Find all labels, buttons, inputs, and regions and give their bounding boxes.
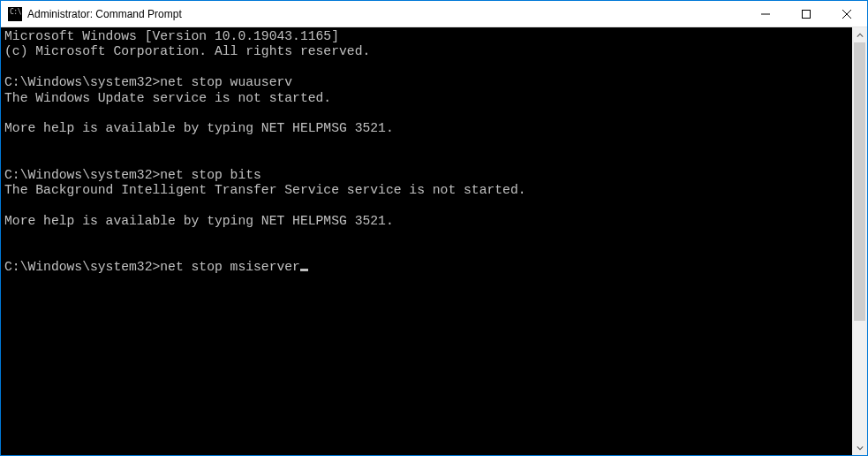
banner-line: (c) Microsoft Corporation. All rights re…	[4, 44, 370, 58]
command-text: net stop wuauserv	[160, 75, 292, 89]
close-button[interactable]	[826, 1, 867, 27]
maximize-button[interactable]	[786, 1, 826, 27]
command-text: net stop bits	[160, 168, 261, 182]
maximize-icon	[802, 10, 811, 19]
window-controls	[745, 1, 867, 27]
close-icon	[842, 10, 851, 19]
command-prompt-window: C:\ Administrator: Command Prompt Micros…	[1, 1, 867, 455]
output-line: More help is available by typing NET HEL…	[4, 121, 394, 135]
client-area: Microsoft Windows [Version 10.0.19043.11…	[1, 27, 867, 455]
scrollbar-thumb[interactable]	[854, 42, 865, 321]
chevron-down-icon	[857, 445, 864, 452]
scroll-up-button[interactable]	[852, 27, 867, 42]
scroll-down-button[interactable]	[852, 440, 867, 455]
command-text: net stop msiserver	[160, 260, 300, 274]
vertical-scrollbar[interactable]	[852, 27, 867, 455]
output-line: The Background Intelligent Transfer Serv…	[4, 183, 526, 197]
scrollbar-track[interactable]	[852, 42, 867, 440]
prompt: C:\Windows\system32>	[4, 75, 160, 89]
svg-rect-1	[803, 10, 811, 18]
minimize-icon	[761, 10, 770, 19]
prompt: C:\Windows\system32>	[4, 260, 160, 274]
cmd-icon: C:\	[8, 7, 22, 21]
minimize-button[interactable]	[745, 1, 786, 27]
output-line: The Windows Update service is not starte…	[4, 91, 331, 105]
banner-line: Microsoft Windows [Version 10.0.19043.11…	[4, 29, 339, 43]
prompt: C:\Windows\system32>	[4, 168, 160, 182]
window-title: Administrator: Command Prompt	[27, 8, 182, 20]
terminal-output[interactable]: Microsoft Windows [Version 10.0.19043.11…	[1, 27, 852, 455]
text-cursor	[300, 269, 308, 271]
chevron-up-icon	[857, 32, 864, 39]
output-line: More help is available by typing NET HEL…	[4, 214, 394, 228]
titlebar[interactable]: C:\ Administrator: Command Prompt	[1, 1, 867, 27]
